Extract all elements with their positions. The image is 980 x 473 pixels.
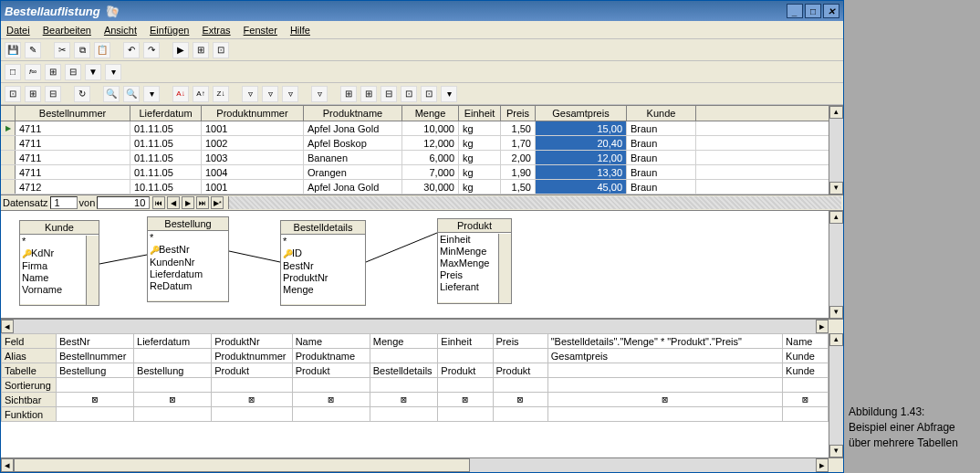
criteria-row-feld: Feld <box>2 334 57 349</box>
col-icon[interactable]: ⊡ <box>401 86 417 102</box>
find2-icon[interactable]: 🔍 <box>123 86 140 102</box>
col-einheit[interactable]: Einheit <box>459 106 501 121</box>
filter2-icon[interactable]: ▿ <box>262 86 278 102</box>
rec-edit-icon[interactable]: ⊞ <box>25 86 41 102</box>
nofilter-icon[interactable]: ▿ <box>311 86 328 102</box>
table-produkt[interactable]: Produkt EinheitMinMengeMaxMengePreisLief… <box>437 218 512 304</box>
col2-icon[interactable]: ⊡ <box>421 86 437 102</box>
table-bestelldetails[interactable]: Bestelldetails *🔑IDBestNrProduktNrMenge <box>280 220 366 306</box>
undo-icon[interactable]: ↶ <box>123 42 140 58</box>
menubar: Datei Bearbeiten Ansicht Einfügen Extras… <box>1 21 843 39</box>
dd3-icon[interactable]: ▾ <box>441 86 457 102</box>
col-menge[interactable]: Menge <box>402 106 459 121</box>
sort-az-icon[interactable]: A↑ <box>193 86 209 102</box>
design-icon[interactable]: ⊡ <box>213 42 229 58</box>
dropdown-icon[interactable]: ▾ <box>105 64 121 80</box>
menu-einfuegen[interactable]: Einfügen <box>150 25 189 36</box>
menu-bearbeiten[interactable]: Bearbeiten <box>43 25 91 36</box>
nav-current[interactable]: 1 <box>50 196 78 209</box>
criteria-grid[interactable]: FeldBestNrLieferdatumProduktNrNameMengeE… <box>1 333 829 457</box>
criteria-row-funktion: Funktion <box>2 407 57 422</box>
menu-extras[interactable]: Extras <box>202 25 230 36</box>
table-bestellung[interactable]: Bestellung *🔑BestNrKundenNrLieferdatumRe… <box>147 216 229 302</box>
col-kunde[interactable]: Kunde <box>627 106 696 121</box>
sort-asc-icon[interactable]: A↓ <box>172 86 189 102</box>
paste-icon[interactable]: 📋 <box>94 42 110 58</box>
nav-label: Datensatz <box>3 197 48 208</box>
col-produktnummer[interactable]: Produktnummer <box>202 106 304 121</box>
col-lieferdatum[interactable]: Lieferdatum <box>130 106 202 121</box>
redo-icon[interactable]: ↷ <box>143 42 160 58</box>
figure-caption: Abbildung 1.43: Beispiel einer Abfrage ü… <box>849 405 980 450</box>
window-title: Bestellauflistung <box>5 5 100 18</box>
edit-icon[interactable]: ✎ <box>25 42 41 58</box>
new-icon[interactable]: □ <box>5 64 21 80</box>
nav-von: von <box>79 197 96 208</box>
table-row[interactable]: 471210.11.051001Apfel Jona Gold30,000kg1… <box>1 180 829 194</box>
toolbar-3: ⊡ ⊞ ⊟ ↻ 🔍 🔍 ▾ A↓ A↑ Z↓ ▿ ▿ ▿ ▿ ⊞ ⊞ ⊟ ⊡ ⊡… <box>1 83 843 105</box>
fn-icon[interactable]: f∞ <box>25 64 41 80</box>
col-preis[interactable]: Preis <box>501 106 536 121</box>
query-designer[interactable]: Kunde *🔑KdNrFirmaNameVorname Bestellung … <box>1 211 829 319</box>
alias-icon[interactable]: ⊟ <box>65 64 81 80</box>
dropdown2-icon[interactable]: ▾ <box>143 86 160 102</box>
app-window: Bestellauflistung 🐚 _ □ ✕ Datei Bearbeit… <box>0 0 844 473</box>
grid-header-row: Bestellnummer Lieferdatum Produktnummer … <box>1 106 829 121</box>
record-navigator: Datensatz 1 von 10 ⏮ ◀ ▶ ⏭ ▶* <box>1 194 843 211</box>
criteria-row-sortierung: Sortierung <box>2 378 57 393</box>
save-icon[interactable]: 💾 <box>5 42 21 58</box>
toolbar-1: 💾 ✎ ✂ ⧉ 📋 ↶ ↷ ▶ ⊞ ⊡ <box>1 39 843 61</box>
filter3-icon[interactable]: ▿ <box>282 86 298 102</box>
maximize-button[interactable]: □ <box>805 4 821 18</box>
ins-col2-icon[interactable]: ⊞ <box>360 86 377 102</box>
run-icon[interactable]: ▶ <box>172 42 189 58</box>
copy-icon[interactable]: ⧉ <box>74 42 90 58</box>
sort-za-icon[interactable]: Z↓ <box>213 86 229 102</box>
menu-datei[interactable]: Datei <box>6 25 30 36</box>
table-icon[interactable]: ⊞ <box>45 64 61 80</box>
titlebar[interactable]: Bestellauflistung 🐚 _ □ ✕ <box>1 1 843 21</box>
criteria-row-alias: Alias <box>2 349 57 363</box>
result-grid: Bestellnummer Lieferdatum Produktnummer … <box>1 105 843 194</box>
refresh-icon[interactable]: ↻ <box>74 86 90 102</box>
funnel-icon[interactable]: ▼ <box>85 64 101 80</box>
toolbar-2: □ f∞ ⊞ ⊟ ▼ ▾ <box>1 61 843 83</box>
menu-hilfe[interactable]: Hilfe <box>290 25 310 36</box>
minimize-button[interactable]: _ <box>787 4 803 18</box>
menu-ansicht[interactable]: Ansicht <box>104 25 137 36</box>
designer-scrollbar-h[interactable]: ◂ ▸ <box>1 319 843 333</box>
find-icon[interactable]: 🔍 <box>103 86 120 102</box>
criteria-row-tabelle: Tabelle <box>2 363 57 378</box>
col-produktname[interactable]: Produktname <box>304 106 402 121</box>
nav-prev-icon[interactable]: ◀ <box>167 196 180 209</box>
designer-scrollbar-v[interactable]: ▴▾ <box>829 211 843 319</box>
nav-total: 10 <box>97 196 150 209</box>
table-row[interactable]: 471101.11.051003Bananen6,000kg2,0012,00B… <box>1 151 829 165</box>
filter-icon[interactable]: ▿ <box>242 86 258 102</box>
table-row[interactable]: 471101.11.051004Orangen7,000kg1,9013,30B… <box>1 165 829 180</box>
rec-del-icon[interactable]: ⊟ <box>45 86 61 102</box>
svg-line-0 <box>99 255 147 264</box>
close-button[interactable]: ✕ <box>823 4 839 18</box>
nav-new-icon[interactable]: ▶* <box>211 196 224 209</box>
ins-col-icon[interactable]: ⊞ <box>340 86 357 102</box>
svg-line-1 <box>229 251 280 262</box>
table-row[interactable]: ▶471101.11.051001Apfel Jona Gold10,000kg… <box>1 121 829 136</box>
rec-save-icon[interactable]: ⊡ <box>5 86 21 102</box>
col-bestellnummer[interactable]: Bestellnummer <box>16 106 130 121</box>
nav-next-icon[interactable]: ▶ <box>182 196 194 209</box>
del-col-icon[interactable]: ⊟ <box>381 86 397 102</box>
table-kunde[interactable]: Kunde *🔑KdNrFirmaNameVorname <box>19 220 99 306</box>
grid-scrollbar-v[interactable]: ▴▾ <box>829 106 843 194</box>
criteria-row-sichtbar: Sichtbar <box>2 393 57 407</box>
svg-line-2 <box>366 233 437 262</box>
nav-first-icon[interactable]: ⏮ <box>152 196 165 209</box>
cut-icon[interactable]: ✂ <box>54 42 70 58</box>
criteria-scrollbar-v[interactable]: ▴▾ <box>829 333 843 457</box>
criteria-scrollbar-h[interactable]: ◂ ▸ <box>1 457 843 472</box>
menu-fenster[interactable]: Fenster <box>244 25 277 36</box>
sql-icon[interactable]: ⊞ <box>193 42 209 58</box>
col-gesamtpreis[interactable]: Gesamtpreis <box>536 106 627 121</box>
table-row[interactable]: 471101.11.051002Apfel Boskop12,000kg1,70… <box>1 136 829 151</box>
nav-last-icon[interactable]: ⏭ <box>196 196 209 209</box>
